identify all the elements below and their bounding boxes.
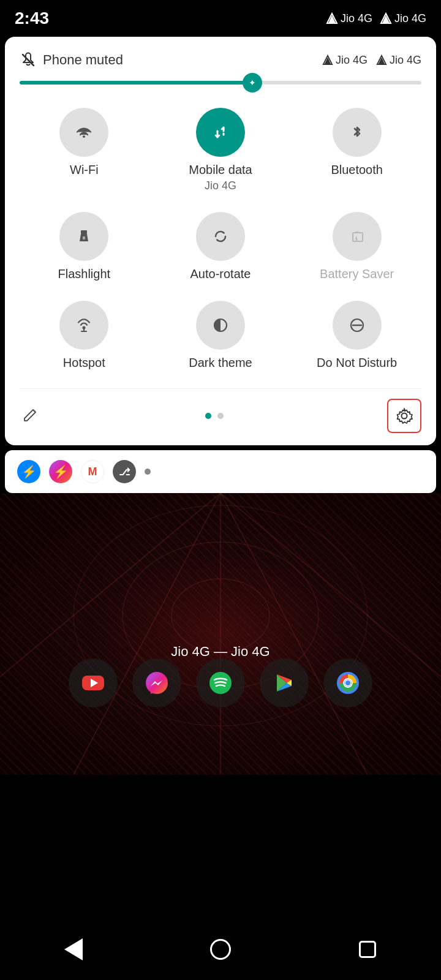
notif-more-dot [145, 469, 151, 475]
qs-signal-icon-1 [322, 55, 333, 66]
qs-signal-icon-2 [376, 55, 387, 66]
tile-label-batterysaver: Battery Saver [320, 267, 394, 281]
dock [0, 658, 441, 707]
carrier-label-text: Jio 4G — Jio 4G [171, 644, 270, 659]
tile-circle-darktheme [196, 301, 245, 350]
dock-chrome[interactable] [323, 658, 372, 707]
dock-messenger[interactable] [132, 658, 181, 707]
mobiledata-icon [209, 121, 232, 143]
donotdisturb-icon [346, 314, 368, 336]
svg-rect-9 [83, 236, 85, 239]
recents-icon [359, 941, 376, 958]
brightness-row[interactable] [20, 81, 421, 85]
tile-label-bluetooth: Bluetooth [331, 163, 383, 177]
tile-hotspot[interactable]: Hotspot [20, 295, 149, 376]
dock-spotify[interactable] [196, 658, 245, 707]
quick-settings-panel: Phone muted Jio 4G Jio 4G [5, 37, 436, 445]
home-icon [210, 939, 231, 960]
back-icon [64, 938, 83, 960]
qs-bottom-bar [20, 388, 421, 445]
svg-rect-10 [353, 233, 363, 241]
notif-icon-messenger: ⚡ [17, 460, 40, 483]
tile-label-flashlight: Flashlight [58, 267, 111, 281]
tile-label-wifi: Wi-Fi [70, 163, 99, 177]
dock-playstore[interactable] [260, 658, 309, 707]
nav-home-button[interactable] [205, 934, 236, 965]
chrome-icon [334, 669, 361, 696]
tile-circle-hotspot [59, 301, 108, 350]
tile-flashlight[interactable]: Flashlight [20, 206, 149, 287]
svg-line-21 [221, 493, 368, 775]
tile-mobiledata[interactable]: Mobile data Jio 4G [156, 102, 285, 198]
dock-youtube[interactable] [69, 658, 118, 707]
brightness-slider-fill [20, 81, 252, 85]
tile-circle-bluetooth [333, 108, 382, 157]
tile-circle-autorotate [196, 212, 245, 261]
wifi-icon [73, 121, 95, 143]
notif-icon-usb: ⎇ [113, 460, 136, 483]
carrier-1: Jio 4G [341, 12, 372, 25]
playstore-icon [271, 669, 298, 696]
tile-wifi[interactable]: Wi-Fi [20, 102, 149, 198]
tile-label-mobiledata: Mobile data [189, 163, 252, 177]
tile-circle-batterysaver [333, 212, 382, 261]
brightness-thumb[interactable] [243, 73, 262, 92]
signal-icon-1 [326, 12, 338, 24]
hotspot-icon [73, 314, 95, 336]
status-time: 2:43 [15, 9, 49, 28]
dot-2 [217, 413, 224, 419]
navigation-bar [0, 919, 441, 980]
svg-rect-8 [81, 230, 87, 234]
tile-donotdisturb[interactable]: Do Not Disturb [292, 295, 421, 376]
signal-group-1: Jio 4G [326, 12, 372, 25]
qs-header: Phone muted Jio 4G Jio 4G [20, 51, 421, 69]
tile-label-darktheme: Dark theme [189, 356, 252, 370]
tile-bluetooth[interactable]: Bluetooth [292, 102, 421, 198]
wallpaper-web-svg [0, 493, 441, 775]
autorotate-icon [209, 225, 232, 247]
qs-tiles-grid: Wi-Fi Mobile data Jio 4G [20, 102, 421, 376]
muted-bell-icon [20, 51, 37, 69]
qs-signals: Jio 4G Jio 4G [322, 54, 421, 67]
qs-carrier-2: Jio 4G [390, 54, 421, 67]
svg-point-29 [209, 672, 232, 694]
tile-darktheme[interactable]: Dark theme [156, 295, 285, 376]
tile-circle-donotdisturb [333, 301, 382, 350]
carrier-2: Jio 4G [394, 12, 426, 25]
dot-1 [205, 413, 211, 419]
dock-messenger-icon [143, 669, 170, 696]
tile-autorotate[interactable]: Auto-rotate [156, 206, 285, 287]
settings-gear-icon [394, 406, 414, 426]
signal-group-2: Jio 4G [380, 12, 426, 25]
qs-signal-2: Jio 4G [376, 54, 421, 67]
carrier-label: Jio 4G — Jio 4G [0, 644, 441, 660]
youtube-icon [80, 669, 107, 696]
qs-carrier-1: Jio 4G [336, 54, 368, 67]
settings-button[interactable] [387, 399, 421, 433]
notif-icon-messenger2: ⚡ [49, 460, 72, 483]
spotify-icon [207, 669, 234, 696]
svg-point-38 [345, 680, 350, 685]
tile-label-autorotate: Auto-rotate [190, 267, 251, 281]
flashlight-icon [73, 225, 95, 247]
tile-batterysaver[interactable]: Battery Saver [292, 206, 421, 287]
page-dots [205, 413, 224, 419]
status-right: Jio 4G Jio 4G [326, 12, 426, 25]
tile-circle-mobiledata [196, 108, 245, 157]
pencil-icon [22, 407, 39, 424]
tile-circle-wifi [59, 108, 108, 157]
status-bar: 2:43 Jio 4G Jio 4G [0, 0, 441, 37]
brightness-slider-track[interactable] [20, 81, 421, 85]
muted-label: Phone muted [43, 52, 123, 68]
edit-button[interactable] [20, 405, 42, 427]
svg-line-19 [74, 493, 221, 775]
notif-icon-gmail: M [81, 460, 104, 483]
phone-muted-row: Phone muted [20, 51, 123, 69]
nav-recents-button[interactable] [352, 934, 383, 965]
batterysaver-icon [346, 225, 368, 247]
signal-icon-2 [380, 12, 392, 24]
qs-signal-1: Jio 4G [322, 54, 368, 67]
tile-label-hotspot: Hotspot [63, 356, 105, 370]
nav-back-button[interactable] [58, 934, 89, 965]
svg-rect-11 [355, 232, 359, 233]
